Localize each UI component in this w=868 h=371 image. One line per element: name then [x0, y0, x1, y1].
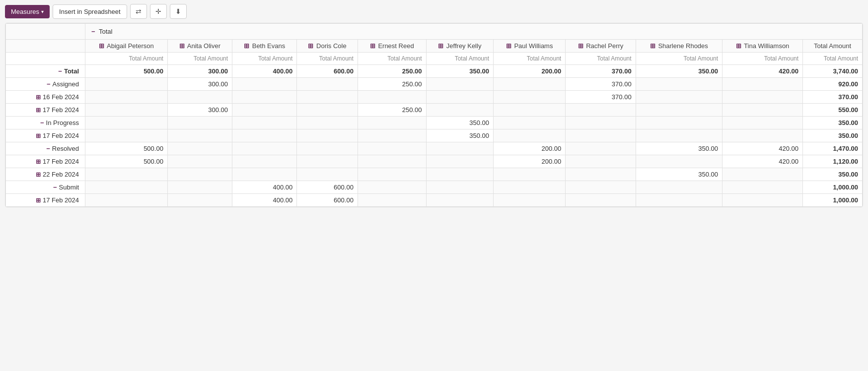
expand-row-icon[interactable]: ⊞	[36, 171, 41, 178]
cell-value	[358, 117, 426, 129]
cell-value: 200.00	[494, 155, 566, 168]
sub-header-beth: Total Amount	[232, 53, 297, 65]
table-row: −Total500.00300.00400.00600.00250.00350.…	[6, 65, 863, 78]
col-header-doris[interactable]: ⊞ Doris Cole	[297, 40, 358, 53]
sub-header-anita: Total Amount	[167, 53, 232, 65]
sub-header-doris: Total Amount	[297, 53, 358, 65]
col-header-anita[interactable]: ⊞ Anita Oliver	[167, 40, 232, 53]
cell-value: 200.00	[494, 65, 566, 78]
cell-value	[85, 194, 168, 207]
cell-value: 350.00	[803, 129, 863, 142]
cell-value	[232, 142, 297, 155]
cell-value	[722, 129, 802, 142]
expand-row-icon[interactable]: ⊞	[36, 107, 41, 114]
cell-value: 250.00	[358, 65, 426, 78]
sub-header-row: Total Amount Total Amount Total Amount T…	[6, 53, 863, 65]
col-header-abigail[interactable]: ⊞ Abigail Peterson	[85, 40, 168, 53]
cell-value	[722, 117, 802, 129]
collapse-row-icon[interactable]: −	[47, 80, 51, 88]
cell-value	[426, 142, 493, 155]
cell-value: 370.00	[803, 91, 863, 104]
col-header-tina[interactable]: ⊞ Tina Williamson	[722, 40, 802, 53]
sub-header-jeffrey: Total Amount	[426, 53, 493, 65]
expand-col-anita-icon: ⊞	[179, 42, 185, 50]
expand-row-icon[interactable]: ⊞	[36, 94, 41, 101]
col-header-ernest[interactable]: ⊞ Ernest Reed	[358, 40, 426, 53]
table-row: ⊞17 Feb 2024300.00250.00550.00	[6, 104, 863, 117]
cell-value	[232, 117, 297, 129]
cell-value	[722, 104, 802, 117]
cell-value: 370.00	[566, 65, 636, 78]
measures-label: Measures	[11, 8, 39, 15]
expand-col-jeffrey-icon: ⊞	[438, 42, 443, 50]
cell-value	[85, 104, 168, 117]
col-header-beth[interactable]: ⊞ Beth Evans	[232, 40, 297, 53]
cell-value	[167, 91, 232, 104]
sub-header-rachel: Total Amount	[566, 53, 636, 65]
insert-spreadsheet-button[interactable]: Insert in Spreadsheet	[53, 4, 127, 19]
table-row: −In Progress350.00350.00	[6, 117, 863, 129]
col-header-jeffrey[interactable]: ⊞ Jeffrey Kelly	[426, 40, 493, 53]
expand-col-sharlene-icon: ⊞	[650, 42, 655, 50]
cell-value	[358, 91, 426, 104]
cell-value	[167, 181, 232, 194]
expand-row-icon[interactable]: ⊞	[36, 158, 41, 165]
cell-value: 350.00	[636, 142, 722, 155]
row-label-text: 17 Feb 2024	[43, 158, 79, 165]
download-button[interactable]: ⬇	[170, 4, 187, 19]
cell-value	[297, 155, 358, 168]
cell-value	[494, 117, 566, 129]
cell-value	[167, 117, 232, 129]
row-label-text: Assigned	[53, 80, 79, 88]
collapse-row-icon[interactable]: −	[46, 145, 50, 152]
cell-value: 420.00	[722, 65, 802, 78]
collapse-row-icon[interactable]: −	[53, 184, 57, 191]
expand-row-icon[interactable]: ⊞	[36, 197, 41, 204]
col-header-rachel[interactable]: ⊞ Rachel Perry	[566, 40, 636, 53]
cell-value	[494, 78, 566, 91]
collapse-row-icon[interactable]: −	[40, 119, 44, 126]
cell-value	[494, 194, 566, 207]
col-header-sharlene[interactable]: ⊞ Sharlene Rhodes	[636, 40, 722, 53]
cell-value: 200.00	[494, 142, 566, 155]
cell-value	[494, 129, 566, 142]
swap-button[interactable]: ⇄	[130, 4, 147, 19]
insert-label: Insert in Spreadsheet	[59, 8, 121, 15]
cell-value	[232, 129, 297, 142]
row-label-text: Submit	[59, 184, 79, 191]
cell-value	[358, 129, 426, 142]
cell-value: 350.00	[426, 117, 493, 129]
cell-value: 920.00	[803, 78, 863, 91]
cell-value	[636, 117, 722, 129]
table-row: ⊞17 Feb 2024350.00350.00	[6, 129, 863, 142]
move-button[interactable]: ✛	[150, 4, 167, 19]
cell-value	[358, 155, 426, 168]
collapse-row-icon[interactable]: −	[58, 67, 62, 75]
cell-value: 350.00	[636, 65, 722, 78]
cell-value	[566, 129, 636, 142]
row-label-text: In Progress	[46, 119, 79, 126]
cell-value	[636, 104, 722, 117]
cell-value	[85, 168, 168, 181]
swap-icon: ⇄	[136, 7, 142, 15]
download-icon: ⬇	[175, 7, 181, 15]
table-row: ⊞22 Feb 2024350.00350.00	[6, 168, 863, 181]
sub-header-total: Total Amount	[803, 53, 863, 65]
cell-value: 400.00	[232, 194, 297, 207]
cell-value: 600.00	[297, 194, 358, 207]
cell-value	[85, 181, 168, 194]
cell-value	[232, 78, 297, 91]
row-label-text: 17 Feb 2024	[43, 196, 79, 204]
measures-button[interactable]: Measures ▾	[5, 5, 50, 18]
cell-value	[494, 181, 566, 194]
col-header-paul[interactable]: ⊞ Paul Williams	[494, 40, 566, 53]
expand-row-icon[interactable]: ⊞	[36, 132, 41, 139]
cell-value	[636, 194, 722, 207]
total-header: − Total	[85, 24, 863, 40]
table-row: −Assigned300.00250.00370.00920.00	[6, 78, 863, 91]
cell-value	[232, 168, 297, 181]
cell-value: 500.00	[85, 155, 168, 168]
cell-value	[232, 155, 297, 168]
cell-value	[426, 181, 493, 194]
row-label-text: Resolved	[52, 145, 79, 152]
